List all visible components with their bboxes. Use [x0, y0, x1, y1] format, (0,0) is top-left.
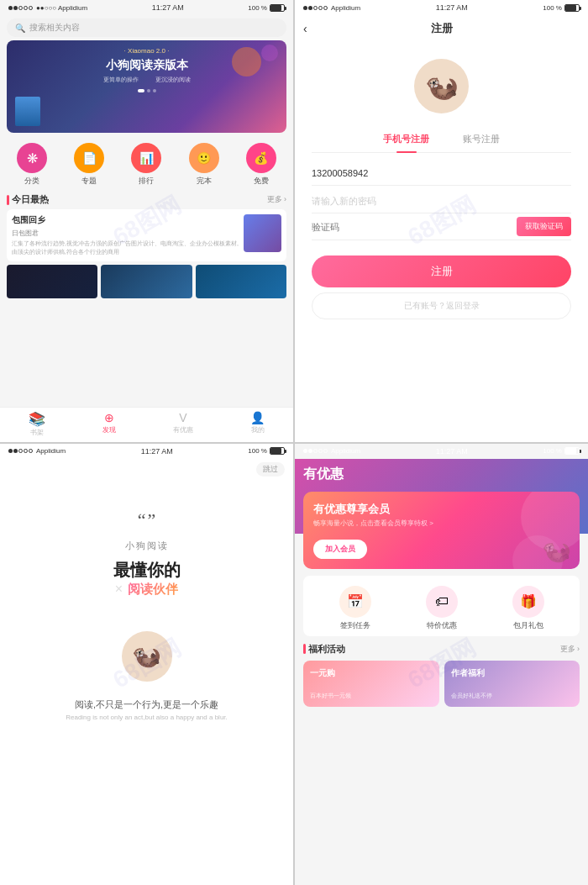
hot-card-title: 包围回乡	[12, 214, 281, 226]
welfare-card-2-sub: 会员好礼送不停	[451, 692, 574, 700]
join-vip-button[interactable]: 加入会员	[313, 540, 367, 559]
nav-discover[interactable]: ⊕ 发现	[102, 411, 116, 437]
time-label-4: 11:27 AM	[436, 447, 468, 456]
shelf-label: 书架	[30, 428, 44, 437]
menu-topic[interactable]: 📄 专题	[74, 143, 104, 187]
tagline-highlight: 阅读伙伴	[128, 582, 178, 598]
avatar-img: 🦦	[425, 71, 459, 103]
nav-shelf[interactable]: 📚 书架	[29, 411, 45, 437]
get-verify-btn[interactable]: 获取验证码	[517, 217, 571, 236]
deals-icon-monthly[interactable]: 🎁 包月礼包	[512, 586, 544, 631]
deals-icon-checkin[interactable]: 📅 签到任务	[339, 586, 371, 631]
rank-icon: 📊	[131, 143, 161, 173]
battery-icon-2	[564, 4, 580, 12]
complete-label: 完本	[197, 176, 212, 187]
deals-icon-special[interactable]: 🏷 特价优惠	[426, 586, 458, 631]
welfare-cards: 一元购 百本好书一元领 作者福利 会员好礼送不停	[303, 661, 580, 707]
hot-images-row	[7, 265, 286, 298]
hot-img-2[interactable]	[101, 265, 192, 298]
dot-d2	[308, 449, 312, 453]
welfare-title: 福利活动	[303, 643, 345, 656]
avatar-area: 🦦	[295, 42, 588, 126]
status-right-2: 100 %	[543, 4, 580, 12]
special-label: 特价优惠	[427, 620, 457, 631]
status-right-3: 100 %	[248, 447, 285, 455]
profile-label: 我的	[251, 425, 265, 435]
nav-profile[interactable]: 👤 我的	[250, 411, 265, 437]
tab-phone[interactable]: 手机号注册	[366, 126, 446, 152]
status-left-4: Applidium	[303, 447, 360, 455]
status-bar-3: Applidium 11:27 AM 100 %	[0, 444, 293, 459]
phone-input[interactable]	[312, 161, 571, 186]
screen-deals: Applidium 11:27 AM 100 % 有优惠 有优惠尊享会员 畅享海…	[295, 444, 588, 886]
hot-card[interactable]: 包围回乡 日包图君 汇集了各种流行趋势,视觉冲击力强的原创广告图片设计、电商淘宝…	[7, 209, 286, 261]
classify-icon: ❋	[17, 143, 47, 173]
dot3	[18, 6, 23, 10]
register-button[interactable]: 注册	[312, 255, 571, 287]
verify-row: 获取验证码	[312, 217, 571, 240]
today-hot-header: 今日最热 更多 ›	[0, 190, 293, 209]
status-left-2: Applidium	[303, 4, 360, 12]
register-title: 注册	[431, 21, 453, 36]
battery-label-2: 100 %	[543, 4, 562, 12]
tagline-row: × 阅读伙伴	[115, 582, 178, 598]
hot-img-1[interactable]	[7, 265, 97, 298]
carrier-label: ●●○○○ Applidium	[36, 4, 87, 12]
vip-card[interactable]: 有优惠尊享会员 畅享海量小说，点击查看会员尊享特权 > 加入会员 🦦	[303, 492, 580, 569]
dot-s5	[29, 449, 33, 453]
menu-classify[interactable]: ❋ 分类	[17, 143, 47, 187]
avatar[interactable]: 🦦	[414, 59, 469, 113]
tab-account[interactable]: 账号注册	[446, 126, 517, 152]
welfare-more[interactable]: 更多 ›	[560, 644, 580, 655]
banner-book-img	[15, 97, 40, 126]
status-right-4: 100 %	[543, 447, 580, 455]
hot-card-desc: 汇集了各种流行趋势,视觉冲击力强的原创广告图片设计、电商淘宝、企业办公模板素材,…	[12, 240, 281, 256]
hot-img-3[interactable]	[196, 265, 286, 298]
profile-icon: 👤	[250, 411, 265, 424]
banner-deco	[232, 47, 261, 76]
verify-input[interactable]	[312, 222, 510, 232]
app-name-label: 小狗阅读	[125, 540, 169, 552]
welfare-card-2[interactable]: 作者福利 会员好礼送不停	[444, 661, 580, 707]
carrier-label-4: Applidium	[331, 447, 360, 455]
welfare-card-1[interactable]: 一元购 百本好书一元领	[303, 661, 439, 707]
signal-dots-4	[303, 449, 328, 453]
tagline-x: ×	[115, 582, 123, 597]
time-label-3: 11:27 AM	[141, 447, 173, 456]
menu-rank[interactable]: 📊 排行	[131, 143, 161, 187]
status-left-3: Applidium	[8, 447, 66, 455]
menu-complete[interactable]: 🙂 完本	[189, 143, 219, 187]
tagline-pre: 最懂你的	[113, 559, 181, 582]
dot-r1	[303, 6, 307, 10]
close-quote: ”	[148, 509, 156, 531]
battery-label-4: 100 %	[543, 447, 562, 455]
deals-label: 有优惠	[173, 425, 193, 435]
complete-icon: 🙂	[189, 143, 219, 173]
hot-card-img	[244, 214, 281, 252]
dot-s3	[18, 449, 23, 453]
welfare-header: 福利活动 更多 ›	[303, 643, 580, 656]
battery-icon-1	[270, 4, 285, 12]
carrier-label-2: Applidium	[331, 4, 360, 12]
dot1	[8, 6, 13, 10]
deals-page-title: 有优惠	[303, 466, 580, 483]
dot-d4	[318, 449, 323, 453]
shelf-icon: 📚	[29, 411, 45, 427]
login-link[interactable]: 已有账号？返回登录	[312, 292, 571, 319]
dot-r2	[308, 6, 312, 10]
banner-deco2	[261, 45, 278, 61]
menu-free[interactable]: 💰 免费	[246, 143, 276, 187]
special-icon-circle: 🏷	[426, 586, 458, 618]
free-label: 免费	[254, 176, 269, 187]
search-bar[interactable]: 🔍 搜索相关内容	[7, 18, 286, 37]
today-hot-more[interactable]: 更多 ›	[267, 194, 287, 205]
back-button[interactable]: ‹	[303, 22, 307, 35]
nav-deals[interactable]: V 有优惠	[173, 411, 193, 437]
status-bar-2: Applidium 11:27 AM 100 %	[295, 0, 588, 15]
menu-row: ❋ 分类 📄 专题 📊 排行 🙂 完本 💰 免费	[0, 136, 293, 190]
signal-dots	[8, 6, 33, 10]
dot-r4	[318, 6, 323, 10]
splash-content: “ ” 小狗阅读 最懂你的 × 阅读伙伴 🦦 阅读,不只是一个行为,更是一个乐趣…	[0, 459, 293, 721]
skip-button[interactable]: 跳过	[256, 462, 285, 477]
password-input[interactable]	[312, 189, 571, 213]
